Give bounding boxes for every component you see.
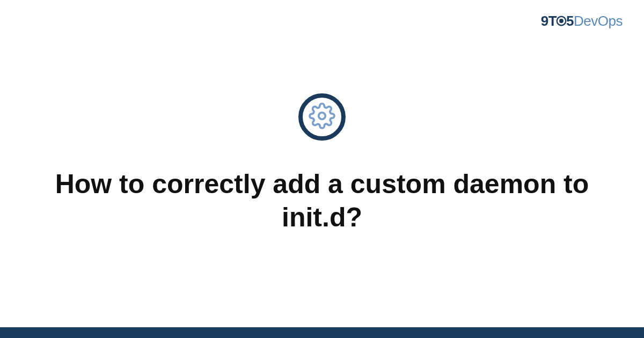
emblem-circle xyxy=(298,93,346,141)
bottom-bar xyxy=(0,327,644,338)
svg-point-2 xyxy=(319,112,326,119)
main-content: How to correctly add a custom daemon to … xyxy=(0,0,644,327)
page-title: How to correctly add a custom daemon to … xyxy=(54,167,590,234)
gear-icon xyxy=(309,102,335,131)
